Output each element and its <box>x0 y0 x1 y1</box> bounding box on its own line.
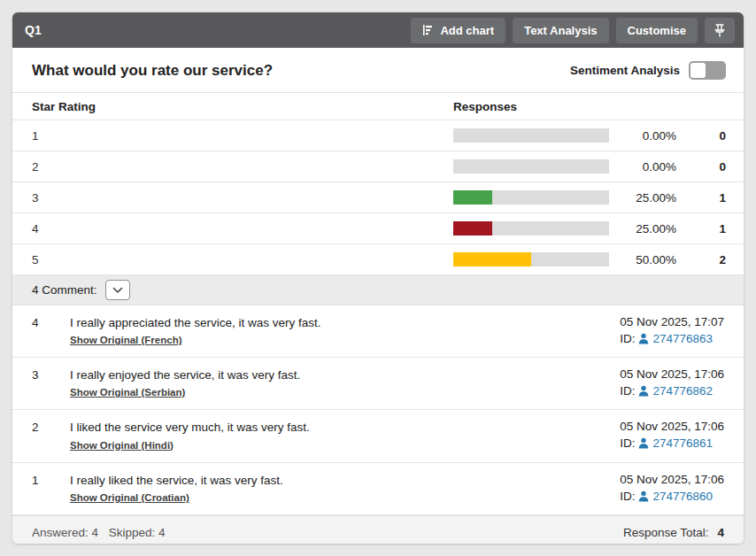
comment-id-label: ID: <box>620 436 635 450</box>
column-header-star-rating: Star Rating <box>32 100 453 113</box>
comment-rating: 1 <box>32 473 70 504</box>
add-chart-label: Add chart <box>440 24 494 37</box>
comments-list: 4 I really appreciated the service, it w… <box>12 305 744 515</box>
comment-date: 05 Nov 2025, 17:06 <box>620 367 724 381</box>
comment-row: 4 I really appreciated the service, it w… <box>12 305 744 358</box>
comment-rating: 3 <box>32 367 70 398</box>
response-bar-track <box>453 221 609 236</box>
comment-id-label: ID: <box>620 490 635 503</box>
chevron-down-icon <box>112 283 123 297</box>
response-bar-fill <box>453 252 531 266</box>
text-analysis-button[interactable]: Text Analysis <box>513 18 608 43</box>
summary-footer: Answered: 4 Skipped: 4 Response Total: 4 <box>12 515 744 544</box>
person-icon <box>638 385 649 397</box>
table-row: 2 0.00% 0 <box>12 151 744 182</box>
response-percent: 50.00% <box>609 253 676 266</box>
person-icon <box>638 333 649 344</box>
response-total-label: Response Total: <box>623 526 709 539</box>
column-header-responses: Responses <box>453 100 609 113</box>
table-row: 5 50.00% 2 <box>12 244 744 275</box>
response-bar-fill <box>453 221 492 236</box>
response-bar-track <box>453 159 609 174</box>
comment-text: I liked the service very much, it was ve… <box>70 421 310 434</box>
skipped-count: Skipped: 4 <box>109 526 166 539</box>
comment-text: I really appreciated the service, it was… <box>70 316 321 329</box>
respondent-id-link[interactable]: 274776860 <box>652 490 713 503</box>
star-rating-value: 4 <box>32 222 453 236</box>
sentiment-analysis-toggle[interactable] <box>689 61 726 80</box>
response-percent: 0.00% <box>609 129 676 143</box>
show-original-link[interactable]: Show Original (Serbian) <box>70 387 185 398</box>
answered-count: Answered: 4 <box>32 526 98 539</box>
respondent-id-link[interactable]: 274776861 <box>652 436 713 450</box>
table-header-row: Star Rating Responses <box>12 93 744 120</box>
results-table: Star Rating Responses 1 0.00% 0 2 0.00% … <box>12 93 744 275</box>
star-rating-value: 3 <box>32 191 453 205</box>
person-icon <box>638 490 649 502</box>
response-bar-track <box>453 252 609 266</box>
respondent-id-link[interactable]: 274776863 <box>652 332 713 345</box>
star-rating-value: 2 <box>32 160 453 174</box>
question-title-row: What would you rate our service? Sentime… <box>12 48 744 93</box>
show-original-link[interactable]: Show Original (Hindi) <box>70 440 174 451</box>
response-bar-track <box>453 128 609 143</box>
question-number: Q1 <box>23 23 42 37</box>
table-row: 3 25.00% 1 <box>12 182 744 213</box>
sentiment-analysis-label: Sentiment Analysis <box>570 64 680 77</box>
response-count: 1 <box>676 191 726 205</box>
response-count: 2 <box>676 253 726 266</box>
question-result-card: Q1 Add chart Text Analysis Customise <box>12 12 744 544</box>
star-rating-value: 1 <box>32 129 453 143</box>
star-rating-value: 5 <box>32 253 453 266</box>
comment-rating: 2 <box>32 420 70 451</box>
customise-label: Customise <box>628 24 686 37</box>
show-original-link[interactable]: Show Original (French) <box>70 335 182 345</box>
response-percent: 25.00% <box>609 222 676 236</box>
comment-date: 05 Nov 2025, 17:06 <box>620 420 724 433</box>
comment-id-label: ID: <box>620 384 635 398</box>
comment-date: 05 Nov 2025, 17:06 <box>620 473 724 486</box>
comments-collapse-button[interactable] <box>105 280 130 300</box>
comment-date: 05 Nov 2025, 17:07 <box>620 315 724 328</box>
pin-button[interactable] <box>705 18 735 43</box>
customise-button[interactable]: Customise <box>616 18 698 43</box>
response-count: 1 <box>676 222 726 236</box>
toggle-knob <box>690 63 706 78</box>
response-count: 0 <box>676 129 726 143</box>
response-percent: 0.00% <box>609 160 676 174</box>
table-row: 1 0.00% 0 <box>12 120 744 151</box>
respondent-id-link[interactable]: 274776862 <box>652 384 713 398</box>
response-bar-fill <box>453 190 492 205</box>
show-original-link[interactable]: Show Original (Croatian) <box>70 492 189 503</box>
add-chart-button[interactable]: Add chart <box>411 18 505 43</box>
comment-row: 3 I really enjoyed the service, it was v… <box>12 358 744 410</box>
table-row: 4 25.00% 1 <box>12 213 744 244</box>
text-analysis-label: Text Analysis <box>524 24 597 37</box>
response-bar-track <box>453 190 609 205</box>
comment-text: I really liked the service, it was very … <box>70 474 283 487</box>
pin-icon <box>714 24 726 37</box>
response-total-value: 4 <box>717 526 724 539</box>
comment-row: 1 I really liked the service, it was ver… <box>12 463 744 515</box>
comment-text: I really enjoyed the service, it was ver… <box>70 368 300 382</box>
response-count: 0 <box>676 160 726 174</box>
page-title: What would you rate our service? <box>32 62 570 80</box>
comment-id-label: ID: <box>620 332 635 345</box>
response-percent: 25.00% <box>609 191 676 205</box>
bar-chart-icon <box>422 25 434 36</box>
comments-section-header: 4 Comment: <box>12 275 744 305</box>
comment-row: 2 I liked the service very much, it was … <box>12 410 744 462</box>
comment-rating: 4 <box>32 315 70 346</box>
question-header-bar: Q1 Add chart Text Analysis Customise <box>12 12 744 48</box>
person-icon <box>638 437 649 449</box>
comments-count-label: 4 Comment: <box>32 283 97 297</box>
